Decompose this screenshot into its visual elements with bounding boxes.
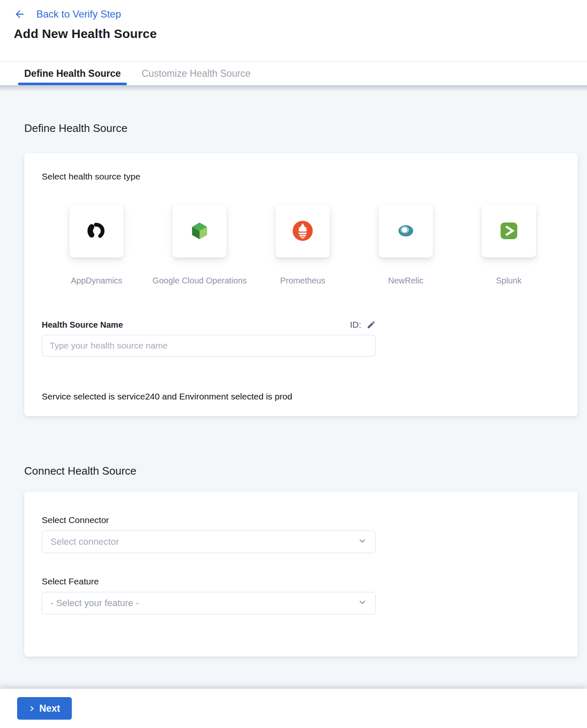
- edit-id-pencil-icon[interactable]: [367, 320, 376, 329]
- define-section-heading: Define Health Source: [24, 85, 587, 135]
- source-cell-prometheus: Prometheus: [251, 204, 354, 286]
- source-tile-prometheus[interactable]: [276, 204, 330, 258]
- select-feature-label: Select Feature: [42, 576, 560, 586]
- tab-customize-health-source[interactable]: Customize Health Source: [142, 62, 250, 85]
- feature-select[interactable]: - Select your feature -: [42, 592, 376, 614]
- source-label: Splunk: [496, 276, 521, 286]
- connector-select-placeholder: Select connector: [51, 536, 119, 547]
- tab-content: Define Health Source Select health sourc…: [0, 85, 587, 689]
- wizard-footer: Next: [0, 689, 587, 728]
- chevron-down-icon: [358, 598, 367, 609]
- connector-select[interactable]: Select connector: [42, 531, 376, 553]
- back-link-label: Back to Verify Step: [36, 8, 121, 20]
- select-type-label: Select health source type: [42, 172, 560, 182]
- source-label: Prometheus: [280, 276, 325, 286]
- newrelic-icon: [395, 220, 417, 242]
- chevron-down-icon: [358, 536, 367, 547]
- feature-select-placeholder: - Select your feature -: [51, 598, 139, 609]
- appdynamics-icon: [86, 220, 107, 242]
- source-tile-google-cloud-operations[interactable]: [172, 204, 227, 258]
- page-header: Back to Verify Step Add New Health Sourc…: [0, 0, 587, 62]
- source-tile-newrelic[interactable]: [379, 204, 433, 258]
- id-wrap: ID:: [350, 320, 376, 330]
- define-health-source-card: Select health source type AppDynamics: [24, 153, 578, 416]
- connect-section-heading: Connect Health Source: [24, 465, 587, 478]
- prometheus-icon: [292, 220, 314, 242]
- google-cloud-operations-icon: [189, 220, 210, 242]
- source-cell-appdynamics: AppDynamics: [45, 204, 148, 286]
- next-button-label: Next: [39, 703, 60, 714]
- source-label: AppDynamics: [71, 276, 122, 286]
- connect-health-source-card: Select Connector Select connector Select…: [24, 492, 578, 657]
- health-source-name-row: Health Source Name ID:: [42, 320, 376, 330]
- source-tile-splunk[interactable]: [482, 204, 536, 258]
- service-environment-note: Service selected is service240 and Envir…: [42, 392, 560, 402]
- source-label: Google Cloud Operations: [152, 276, 247, 286]
- chevron-right-icon: [29, 705, 35, 712]
- source-cell-splunk: Splunk: [457, 204, 560, 286]
- source-type-tiles: AppDynamics Google Cloud Operations: [45, 204, 560, 286]
- source-tile-appdynamics[interactable]: [69, 204, 124, 258]
- next-button[interactable]: Next: [17, 697, 72, 720]
- health-source-tabs: Define Health Source Customize Health So…: [0, 62, 587, 85]
- tab-define-health-source[interactable]: Define Health Source: [24, 62, 121, 85]
- add-health-source-page: Back to Verify Step Add New Health Sourc…: [0, 0, 587, 728]
- splunk-icon: [498, 220, 520, 242]
- page-title: Add New Health Source: [14, 27, 587, 41]
- arrow-left-icon: [14, 8, 25, 20]
- select-connector-label: Select Connector: [42, 515, 560, 525]
- health-source-name-label: Health Source Name: [42, 320, 123, 330]
- source-cell-google-cloud-operations: Google Cloud Operations: [148, 204, 251, 286]
- source-cell-newrelic: NewRelic: [354, 204, 457, 286]
- source-label: NewRelic: [388, 276, 423, 286]
- back-to-verify-link[interactable]: Back to Verify Step: [14, 8, 121, 20]
- health-source-name-input[interactable]: [42, 335, 376, 356]
- id-label: ID:: [350, 320, 361, 330]
